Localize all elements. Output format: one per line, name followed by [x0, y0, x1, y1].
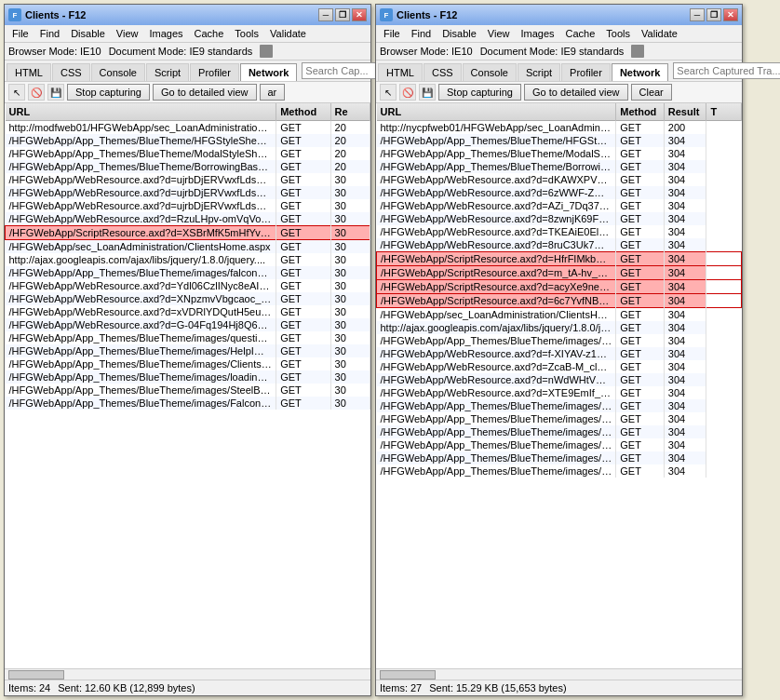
- settings-icon[interactable]: [260, 45, 273, 58]
- table-row[interactable]: /HFGWebApp/App_Themes/BlueTheme/images/H…: [377, 412, 742, 425]
- menu-item-tools[interactable]: Tools: [229, 26, 264, 41]
- col-header-method[interactable]: Method: [276, 103, 330, 121]
- table-row[interactable]: /HFGWebApp/App_Themes/BlueTheme/images/F…: [377, 464, 742, 478]
- minimize-button[interactable]: ─: [318, 8, 333, 21]
- search-input[interactable]: [673, 62, 780, 79]
- table-row[interactable]: /HFGWebApp/App_Themes/BlueTheme/HFGStyle…: [377, 134, 742, 147]
- table-row[interactable]: /HFGWebApp/WebResource.axd?d=dKAWXPV39KZ…: [377, 173, 742, 186]
- table-row[interactable]: /HFGWebApp/WebResource.axd?d=6zWWF-ZWiHa…: [377, 186, 742, 199]
- table-row[interactable]: /HFGWebApp/App_Themes/BlueTheme/images/f…: [377, 334, 742, 347]
- menu-item-view[interactable]: View: [482, 26, 516, 41]
- close-button[interactable]: ✕: [352, 8, 367, 21]
- menu-item-validate[interactable]: Validate: [264, 26, 312, 41]
- menu-item-validate[interactable]: Validate: [636, 26, 683, 41]
- settings-icon[interactable]: [631, 45, 644, 58]
- table-row[interactable]: /HFGWebApp/App_Themes/BlueTheme/images/S…: [377, 451, 742, 464]
- table-row[interactable]: /HFGWebApp/App_Themes/BlueTheme/images/q…: [377, 399, 742, 412]
- tab-console[interactable]: Console: [463, 63, 517, 81]
- tab-script[interactable]: Script: [518, 63, 560, 81]
- tab-script[interactable]: Script: [146, 63, 189, 81]
- tab-console[interactable]: Console: [91, 63, 145, 81]
- table-row[interactable]: /HFGWebApp/App_Themes/BlueTheme/images/l…: [6, 370, 370, 384]
- stop-icon[interactable]: 🚫: [28, 84, 45, 101]
- table-row[interactable]: /HFGWebApp/WebResource.axd?d=8zwnjK69Fn1…: [377, 212, 742, 225]
- table-row[interactable]: /HFGWebApp/ScriptResource.axd?d=6c7YvfNB…: [377, 294, 742, 308]
- table-row[interactable]: /HFGWebApp/sec_LoanAdministration/Client…: [6, 240, 370, 254]
- table-row[interactable]: /HFGWebApp/App_Themes/BlueTheme/ModalSty…: [6, 147, 370, 160]
- table-row[interactable]: /HFGWebApp/App_Themes/BlueTheme/HFGStyle…: [6, 134, 370, 147]
- menu-item-images[interactable]: Images: [515, 26, 559, 41]
- minimize-button[interactable]: ─: [690, 8, 705, 21]
- restore-button[interactable]: ❐: [335, 8, 350, 21]
- save-icon[interactable]: 💾: [47, 84, 64, 101]
- table-row[interactable]: /HFGWebApp/WebResource.axd?d=RzuLHpv-omV…: [6, 212, 370, 226]
- stop-icon[interactable]: 🚫: [399, 84, 416, 101]
- tab-css[interactable]: CSS: [424, 63, 462, 81]
- table-row[interactable]: /HFGWebApp/App_Themes/BlueTheme/ModalSty…: [377, 147, 742, 160]
- table-row[interactable]: /HFGWebApp/App_Themes/BlueTheme/images/H…: [6, 344, 370, 357]
- table-row[interactable]: /HFGWebApp/App_Themes/BlueTheme/Borrowin…: [6, 160, 370, 173]
- table-row[interactable]: /HFGWebApp/App_Themes/BlueTheme/images/q…: [6, 331, 370, 344]
- menu-item-file[interactable]: File: [378, 26, 406, 41]
- table-row[interactable]: http://nycpfweb01/HFGWebApp/sec_LoanAdmi…: [377, 121, 742, 135]
- table-row[interactable]: /HFGWebApp/App_Themes/BlueTheme/images/C…: [6, 357, 370, 370]
- menu-item-find[interactable]: Find: [406, 26, 437, 41]
- col-header-t[interactable]: T: [706, 103, 742, 121]
- scrollbar-thumb[interactable]: [380, 670, 436, 680]
- table-row[interactable]: /HFGWebApp/App_Themes/BlueTheme/Borrowin…: [377, 160, 742, 173]
- table-row[interactable]: /HFGWebApp/WebResource.axd?d=ujrbDjERVwx…: [6, 199, 370, 212]
- menu-item-tools[interactable]: Tools: [600, 26, 636, 41]
- scrollbar-thumb[interactable]: [8, 670, 64, 680]
- clear-button[interactable]: ar: [260, 84, 286, 101]
- clear-button[interactable]: Clear: [631, 84, 672, 101]
- table-row[interactable]: /HFGWebApp/App_Themes/BlueTheme/images/S…: [6, 384, 370, 397]
- col-header-re[interactable]: Re: [330, 103, 370, 121]
- col-header-url[interactable]: URL: [6, 103, 276, 121]
- menu-item-disable[interactable]: Disable: [65, 26, 111, 41]
- tab-html[interactable]: HTML: [378, 63, 423, 81]
- table-row[interactable]: /HFGWebApp/WebResource.axd?d=f-XIYAV-z1v…: [377, 347, 742, 360]
- close-button[interactable]: ✕: [723, 8, 738, 21]
- stop-capturing-button[interactable]: Stop capturing: [67, 84, 150, 101]
- tab-profiler[interactable]: Profiler: [190, 63, 239, 81]
- cursor-icon[interactable]: ↖: [8, 84, 25, 101]
- table-row[interactable]: /HFGWebApp/WebResource.axd?d=nWdWHtVX3Dr…: [377, 373, 742, 386]
- menu-item-view[interactable]: View: [111, 26, 144, 41]
- restore-button[interactable]: ❐: [706, 8, 721, 21]
- table-row[interactable]: /HFGWebApp/WebResource.axd?d=TKEAiE0Elgc…: [377, 225, 742, 238]
- menu-item-images[interactable]: Images: [143, 26, 188, 41]
- tab-network[interactable]: Network: [240, 63, 297, 81]
- save-icon[interactable]: 💾: [419, 84, 436, 101]
- table-row[interactable]: /HFGWebApp/WebResource.axd?d=G-04Fq194Hj…: [6, 318, 370, 331]
- menu-item-file[interactable]: File: [7, 26, 34, 41]
- menu-item-find[interactable]: Find: [34, 26, 65, 41]
- table-row[interactable]: /HFGWebApp/WebResource.axd?d=XNpzmvVbgca…: [6, 292, 370, 305]
- menu-item-cache[interactable]: Cache: [189, 26, 230, 41]
- table-row[interactable]: /HFGWebApp/ScriptResource.axd?d=XSBrMfK5…: [6, 226, 370, 240]
- table-row[interactable]: /HFGWebApp/WebResource.axd?d=ujrbDjERVwx…: [6, 173, 370, 186]
- table-row[interactable]: /HFGWebApp/WebResource.axd?d=ujrbDjERVwx…: [6, 186, 370, 199]
- table-row[interactable]: /HFGWebApp/WebResource.axd?d=ZcaB-M_clkO…: [377, 360, 742, 373]
- horizontal-scrollbar[interactable]: [376, 668, 742, 680]
- table-row[interactable]: /HFGWebApp/ScriptResource.axd?d=HfrFIMkb…: [377, 252, 742, 266]
- table-row[interactable]: /HFGWebApp/App_Themes/BlueTheme/images/F…: [6, 397, 370, 410]
- stop-capturing-button[interactable]: Stop capturing: [438, 84, 521, 101]
- table-row[interactable]: http://ajax.googleapis.com/ajax/libs/jqu…: [377, 321, 742, 334]
- table-row[interactable]: /HFGWebApp/WebResource.axd?d=8ruC3Uk7GTG…: [377, 238, 742, 252]
- tab-html[interactable]: HTML: [7, 63, 51, 81]
- col-header-result[interactable]: Result: [664, 103, 706, 121]
- table-row[interactable]: http://ajax.googleapis.com/ajax/libs/jqu…: [6, 253, 370, 266]
- menu-item-cache[interactable]: Cache: [560, 26, 601, 41]
- table-row[interactable]: /HFGWebApp/WebResource.axd?d=xVDRlYDQutH…: [6, 305, 370, 318]
- table-row[interactable]: /HFGWebApp/WebResource.axd?d=AZi_7Dq374w…: [377, 199, 742, 212]
- cursor-icon[interactable]: ↖: [380, 84, 397, 101]
- table-row[interactable]: /HFGWebApp/sec_LoanAdministration/Client…: [377, 308, 742, 322]
- tab-css[interactable]: CSS: [52, 63, 90, 81]
- table-row[interactable]: /HFGWebApp/ScriptResource.axd?d=acyXe9ne…: [377, 280, 742, 294]
- table-row[interactable]: /HFGWebApp/App_Themes/BlueTheme/images/l…: [377, 438, 742, 451]
- table-row[interactable]: http://modfweb01/HFGWebApp/sec_LoanAdmin…: [6, 121, 370, 135]
- table-row[interactable]: /HFGWebApp/WebResource.axd?d=Ydl06CzlINy…: [6, 279, 370, 292]
- table-row[interactable]: /HFGWebApp/ScriptResource.axd?d=m_tA-hv_…: [377, 266, 742, 280]
- table-row[interactable]: /HFGWebApp/App_Themes/BlueTheme/images/C…: [377, 425, 742, 438]
- tab-profiler[interactable]: Profiler: [561, 63, 611, 81]
